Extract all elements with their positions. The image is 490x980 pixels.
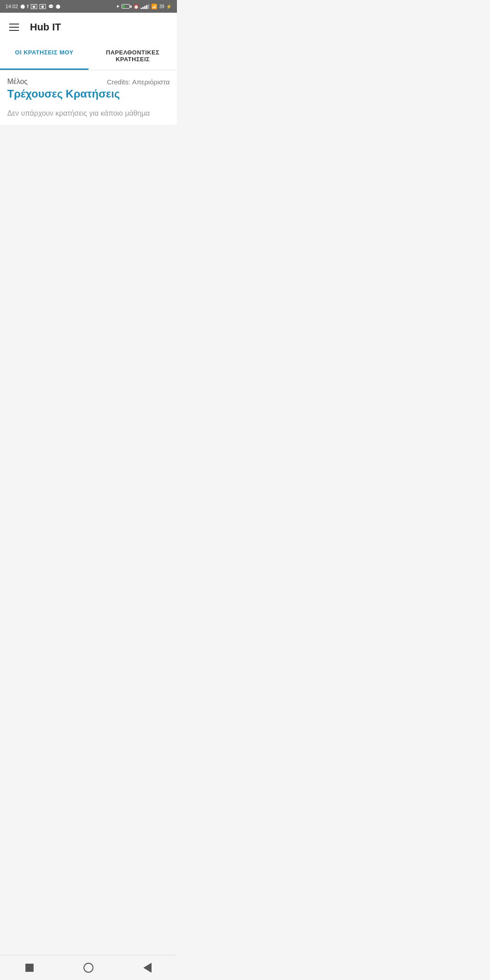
- battery-percentage: 39: [159, 4, 164, 9]
- circle2-icon: ⬤: [56, 4, 60, 9]
- circle-icon: ⬤: [20, 4, 25, 9]
- hamburger-menu-button[interactable]: [7, 22, 21, 33]
- user-info-row: Μέλος Credits: Απεριόριστα: [7, 78, 170, 86]
- charging-icon: ⚡: [166, 4, 172, 9]
- status-bar: 14:02 ⬤ f ▣ ▣ 💬 ⬤ ✦ ⏰ 📶 39 ⚡: [0, 0, 177, 13]
- alarm-icon: ⏰: [133, 4, 139, 9]
- tabs-container: ΟΙ ΚΡΑΤΗΣΕΙΣ ΜΟΥ ΠΑΡΕΛΘΟΝΤΙΚΕΣ ΚΡΑΤΗΣΕΙΣ: [0, 42, 177, 70]
- section-title: Τρέχουσες Κρατήσεις: [7, 88, 170, 100]
- status-left: 14:02 ⬤ f ▣ ▣ 💬 ⬤: [5, 4, 60, 9]
- status-right: ✦ ⏰ 📶 39 ⚡: [116, 4, 172, 10]
- battery-icon: [122, 4, 132, 9]
- app-title: Hub IT: [30, 21, 61, 33]
- messenger-icon: 💬: [48, 4, 54, 9]
- user-type-label: Μέλος: [7, 78, 28, 86]
- content-area: Μέλος Credits: Απεριόριστα Τρέχουσες Κρα…: [0, 70, 177, 125]
- app-bar: Hub IT: [0, 13, 177, 42]
- tab-past-bookings[interactable]: ΠΑΡΕΛΘΟΝΤΙΚΕΣ ΚΡΑΤΗΣΕΙΣ: [88, 42, 177, 70]
- box2-icon: ▣: [39, 4, 46, 9]
- main-background: [0, 125, 177, 352]
- status-time: 14:02: [5, 4, 18, 9]
- signal-icon: [141, 4, 149, 9]
- credits-text: Credits: Απεριόριστα: [107, 78, 170, 86]
- bluetooth-icon: ✦: [116, 4, 120, 10]
- empty-bookings-message: Δεν υπάρχουν κρατήσεις για κάποιο μάθημα: [7, 109, 170, 118]
- box1-icon: ▣: [31, 4, 37, 9]
- facebook-icon: f: [27, 4, 29, 9]
- wifi-icon: 📶: [151, 4, 157, 10]
- tab-my-bookings[interactable]: ΟΙ ΚΡΑΤΗΣΕΙΣ ΜΟΥ: [0, 42, 88, 70]
